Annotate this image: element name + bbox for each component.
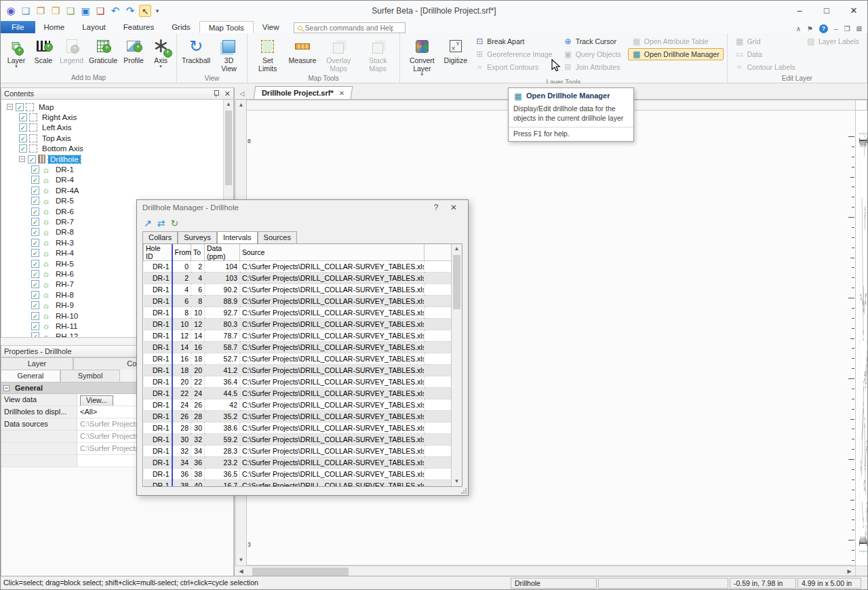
pin-icon[interactable] <box>212 90 219 97</box>
source-cell[interactable]: C:\Surfer Projects\DRILL_COLLAR-SURVEY_T… <box>240 353 425 365</box>
ribbon-button-scale[interactable]: Scale <box>30 35 57 73</box>
ribbon-button-track-cursor[interactable]: Track Cursor <box>559 35 625 47</box>
expander-icon[interactable]: − <box>19 156 25 162</box>
source-cell[interactable]: C:\Surfer Projects\DRILL_COLLAR-SURVEY_T… <box>240 469 425 480</box>
dialog-close-icon[interactable]: ✕ <box>445 203 462 212</box>
filler-cell[interactable] <box>425 330 454 342</box>
minimize-doc-icon[interactable]: – <box>834 25 838 33</box>
scroll-up-icon[interactable]: ▲ <box>236 100 246 111</box>
save-icon[interactable]: ▣ <box>79 5 92 17</box>
from-cell[interactable]: 30 <box>172 434 191 446</box>
dropdown-arrow-icon[interactable]: ▾ <box>159 64 162 68</box>
tree-item-right-axis[interactable]: ✓Right Axis <box>1 112 223 122</box>
filler-cell[interactable] <box>425 469 454 480</box>
drillhole-trace[interactable] <box>862 502 863 523</box>
from-cell[interactable]: 8 <box>172 307 191 319</box>
qat-more[interactable]: ▾ <box>154 5 161 17</box>
data-cell[interactable]: 104 <box>205 261 240 273</box>
drillhole-trace[interactable] <box>864 375 865 376</box>
data-cell[interactable]: 23.2 <box>205 457 240 469</box>
filler-cell[interactable] <box>425 411 454 422</box>
table-row[interactable]: DR-14690.2C:\Surfer Projects\DRILL_COLLA… <box>144 284 454 296</box>
table-row[interactable]: DR-1222444.5C:\Surfer Projects\DRILL_COL… <box>144 388 454 399</box>
ribbon-tab-map-tools[interactable]: Map Tools <box>199 21 254 33</box>
to-cell[interactable]: 34 <box>191 446 205 457</box>
column-header-from[interactable]: From <box>172 244 191 261</box>
checkbox[interactable]: ✓ <box>31 280 39 288</box>
hole-id-cell[interactable]: DR-1 <box>144 330 172 342</box>
tree-item-drillhole[interactable]: −✓Drillhole <box>1 154 223 164</box>
from-cell[interactable]: 10 <box>172 319 191 330</box>
data-cell[interactable]: 16.7 <box>205 480 240 488</box>
open-icon[interactable]: ❒ <box>50 5 62 17</box>
data-cell[interactable]: 44.5 <box>205 388 240 399</box>
source-cell[interactable]: C:\Surfer Projects\DRILL_COLLAR-SURVEY_T… <box>240 446 425 457</box>
ribbon-button-trackball[interactable]: Trackball <box>179 35 213 74</box>
checkbox[interactable]: ✓ <box>31 186 39 195</box>
ribbon-tab-layout[interactable]: Layout <box>73 21 115 33</box>
to-cell[interactable]: 26 <box>191 399 205 411</box>
filler-cell[interactable] <box>425 319 454 330</box>
checkbox[interactable]: ✓ <box>31 239 39 247</box>
surfer-logo[interactable]: ◉ <box>5 5 17 17</box>
to-cell[interactable]: 20 <box>191 365 205 376</box>
hole-id-cell[interactable]: DR-1 <box>144 307 172 319</box>
tree-item-dr-4[interactable]: ✓☼DR-4 <box>1 175 223 185</box>
data-cell[interactable]: 92.7 <box>205 307 240 319</box>
close-panel-icon[interactable]: ✕ <box>224 90 231 97</box>
dialog-title-bar[interactable]: Drillhole Manager - Drillhole ? ✕ <box>137 200 468 215</box>
hole-id-cell[interactable]: DR-1 <box>144 342 172 353</box>
filler-cell[interactable] <box>425 342 454 353</box>
hole-id-cell[interactable]: DR-1 <box>144 446 172 457</box>
drillhole-trace[interactable] <box>861 386 863 477</box>
checkbox[interactable]: ✓ <box>31 312 39 320</box>
filler-cell[interactable] <box>425 480 454 488</box>
search-input[interactable] <box>305 24 393 32</box>
filler-cell[interactable] <box>425 446 454 457</box>
map-drawing[interactable] <box>856 111 867 566</box>
to-cell[interactable]: 18 <box>191 353 205 365</box>
to-cell[interactable]: 8 <box>191 296 205 307</box>
hole-id-cell[interactable]: DR-1 <box>144 261 172 273</box>
flag-icon[interactable]: ⚑ <box>807 25 813 33</box>
checkbox[interactable]: ✓ <box>31 197 39 205</box>
hole-id-cell[interactable]: DR-1 <box>144 296 172 307</box>
filler-cell[interactable] <box>425 365 454 376</box>
to-cell[interactable]: 24 <box>191 388 205 399</box>
checkbox[interactable]: ✓ <box>31 332 39 338</box>
source-cell[interactable]: C:\Surfer Projects\DRILL_COLLAR-SURVEY_T… <box>240 330 425 342</box>
ribbon-button-digitize[interactable]: Digitize <box>441 35 469 78</box>
scrollbar-thumb[interactable] <box>453 255 460 309</box>
reload-icon[interactable]: ↻ <box>170 218 178 229</box>
source-cell[interactable]: C:\Surfer Projects\DRILL_COLLAR-SURVEY_T… <box>240 457 425 469</box>
sync-icon[interactable]: ⇄ <box>157 218 165 229</box>
from-cell[interactable]: 14 <box>172 342 191 353</box>
dropdown-arrow-icon[interactable]: ▾ <box>421 73 424 77</box>
popout-icon[interactable]: ↗ <box>144 218 152 229</box>
hole-id-cell[interactable]: DR-1 <box>144 284 172 296</box>
close-tab-icon[interactable]: ✕ <box>339 90 344 97</box>
drillhole-trace[interactable] <box>863 484 865 485</box>
dialog-tab-surveys[interactable]: Surveys <box>178 231 217 243</box>
scrollbar-thumb[interactable] <box>225 111 232 185</box>
drillhole-trace[interactable] <box>865 530 866 544</box>
scroll-up-icon[interactable]: ▲ <box>452 244 462 254</box>
maximize-window-icon[interactable]: □ <box>813 1 840 20</box>
table-row[interactable]: DR-181092.7C:\Surfer Projects\DRILL_COLL… <box>144 307 454 319</box>
filler-cell[interactable] <box>425 296 454 307</box>
hole-id-cell[interactable]: DR-1 <box>144 273 172 284</box>
to-cell[interactable]: 36 <box>191 457 205 469</box>
checkbox[interactable]: ✓ <box>31 249 39 257</box>
filler-cell[interactable] <box>425 273 454 284</box>
from-cell[interactable]: 26 <box>172 411 191 422</box>
checkbox[interactable]: ✓ <box>31 260 39 268</box>
from-cell[interactable]: 28 <box>172 422 191 434</box>
filler-cell[interactable] <box>425 261 454 273</box>
ribbon-button-break-apart[interactable]: Break Apart <box>471 35 556 47</box>
data-cell[interactable]: 78.7 <box>205 330 240 342</box>
checkbox[interactable]: ✓ <box>31 176 39 184</box>
tree-item-map[interactable]: −✓Map <box>1 102 223 112</box>
to-cell[interactable]: 2 <box>191 261 205 273</box>
scroll-up-icon[interactable]: ▲ <box>224 100 233 109</box>
drillhole-trace[interactable] <box>865 370 866 377</box>
